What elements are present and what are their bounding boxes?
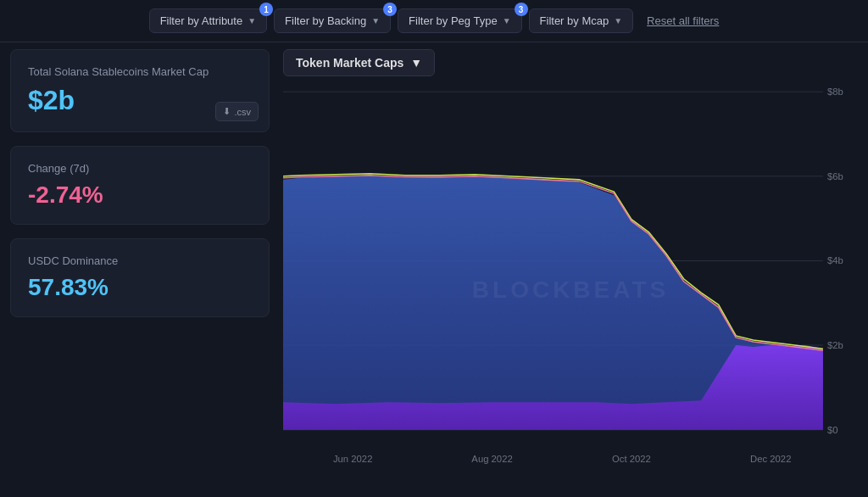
filter-peg-type-button[interactable]: Filter by Peg Type ▼ 3 — [398, 8, 521, 33]
x-label-aug2022: Aug 2022 — [471, 454, 512, 464]
chart-title-button[interactable]: Token Market Caps ▼ — [283, 49, 435, 76]
filter-mcap-label: Filter by Mcap — [540, 14, 609, 27]
main-content: Total Solana Stablecoins Market Cap $2b … — [0, 42, 868, 497]
x-label-dec2022: Dec 2022 — [750, 454, 791, 464]
filter-peg-type-label: Filter by Peg Type — [409, 14, 498, 27]
filter-backing-button[interactable]: Filter by Backing ▼ 3 — [274, 8, 391, 33]
chevron-down-icon: ▼ — [503, 16, 511, 25]
total-mcap-card: Total Solana Stablecoins Market Cap $2b … — [10, 49, 270, 132]
x-label-jun2022: Jun 2022 — [333, 454, 372, 464]
sidebar: Total Solana Stablecoins Market Cap $2b … — [0, 42, 280, 497]
filter-mcap-button[interactable]: Filter by Mcap ▼ — [529, 8, 634, 33]
filter-attribute-label: Filter by Attribute — [160, 14, 243, 27]
y-label-2b: $2b — [827, 340, 843, 350]
download-icon: ⬇ — [223, 106, 231, 117]
chevron-down-icon: ▼ — [614, 16, 622, 25]
y-label-6b: $6b — [827, 171, 843, 181]
chart-svg: $8b $6b $4b $2b $0 Jun 2022 Aug 2022 Oct… — [283, 83, 858, 497]
change-7d-card: Change (7d) -2.74% — [10, 146, 270, 225]
total-mcap-label: Total Solana Stablecoins Market Cap — [28, 65, 252, 78]
y-label-8b: $8b — [827, 87, 843, 97]
chart-area: Token Market Caps ▼ BLOCKBEATS — [280, 42, 868, 497]
filter-backing-label: Filter by Backing — [285, 14, 366, 27]
y-label-4b: $4b — [827, 256, 843, 266]
filter-peg-type-badge: 3 — [515, 3, 528, 16]
chevron-down-icon: ▼ — [410, 56, 422, 70]
filter-attribute-button[interactable]: Filter by Attribute ▼ 1 — [149, 8, 267, 33]
change-7d-label: Change (7d) — [28, 162, 252, 175]
chart-container: BLOCKBEATS — [283, 83, 858, 497]
header: Filter by Attribute ▼ 1 Filter by Backin… — [0, 0, 868, 42]
x-label-oct2022: Oct 2022 — [612, 454, 651, 464]
usdc-dominance-label: USDC Dominance — [28, 254, 252, 267]
reset-all-filters-link[interactable]: Reset all filters — [647, 14, 719, 27]
chart-title-label: Token Market Caps — [296, 56, 403, 70]
chevron-down-icon: ▼ — [371, 16, 380, 25]
usdc-dominance-card: USDC Dominance 57.83% — [10, 238, 270, 317]
csv-label: .csv — [234, 107, 251, 117]
chevron-down-icon: ▼ — [248, 16, 256, 25]
filter-backing-badge: 3 — [383, 3, 397, 16]
y-label-0: $0 — [827, 425, 838, 435]
filter-attribute-badge: 1 — [259, 3, 273, 16]
chart-header: Token Market Caps ▼ — [283, 49, 858, 76]
csv-download-button[interactable]: ⬇ .csv — [215, 102, 259, 121]
change-7d-value: -2.74% — [28, 181, 252, 209]
usdc-dominance-value: 57.83% — [28, 274, 252, 301]
